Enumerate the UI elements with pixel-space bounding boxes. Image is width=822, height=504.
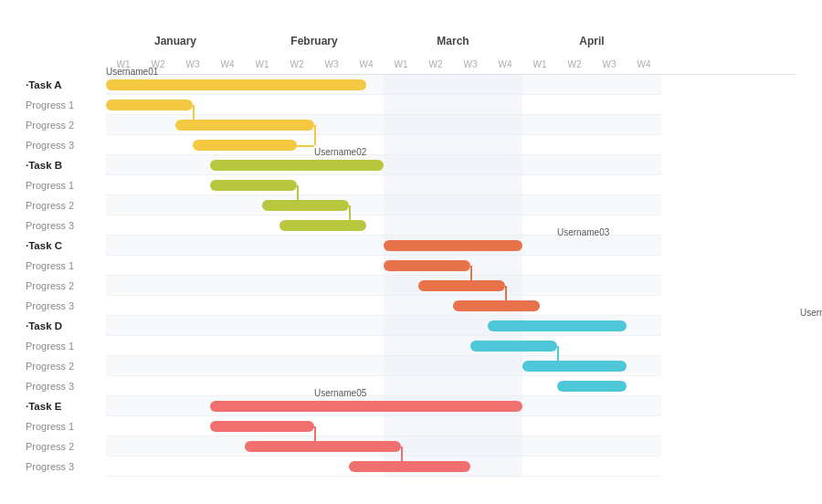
grid-row	[106, 296, 661, 316]
week-cell: W1	[384, 55, 418, 74]
month-block: April	[522, 35, 661, 55]
grid-row	[106, 276, 661, 296]
month-label: April	[522, 35, 661, 47]
connector-vertical	[557, 346, 559, 366]
week-cell: W2	[418, 55, 453, 74]
grid-row	[106, 195, 661, 215]
bar-username-label: Username02	[314, 147, 366, 157]
bar-username-label: Username03	[557, 227, 609, 237]
connector-horizontal	[262, 205, 297, 207]
gantt-bar	[210, 160, 384, 171]
progress-label: Progress 2	[26, 276, 106, 296]
week-cell: W3	[175, 55, 210, 74]
connector-horizontal	[279, 226, 349, 227]
month-label: January	[106, 35, 245, 47]
week-cell: W4	[210, 55, 245, 74]
week-cell: W4	[627, 55, 661, 74]
week-cell: W1	[245, 55, 279, 74]
connector-horizontal	[245, 446, 314, 448]
bar-username-label: Username04	[800, 308, 822, 318]
gantt-bar	[210, 421, 314, 432]
connector-horizontal	[175, 125, 193, 127]
gantt-bar	[106, 79, 366, 90]
week-cell: W2	[279, 55, 314, 74]
progress-label: Progress 1	[26, 416, 106, 436]
connector-vertical	[470, 266, 472, 286]
connector-horizontal	[349, 467, 401, 468]
progress-label: Progress 3	[26, 376, 106, 396]
connector-horizontal	[193, 145, 314, 147]
gantt-bar	[210, 180, 297, 191]
month-block: March	[384, 35, 522, 55]
grid-row	[106, 175, 661, 195]
connector-vertical	[314, 125, 316, 145]
month-label: March	[384, 35, 522, 47]
connector-vertical	[193, 105, 195, 125]
connector-vertical	[297, 185, 299, 205]
gantt-bar	[488, 320, 627, 331]
week-cell: W4	[488, 55, 522, 74]
task-label: ·Task C	[26, 236, 106, 256]
gantt-bar	[470, 341, 557, 352]
gantt-bar	[210, 401, 522, 412]
grid-row	[106, 336, 661, 356]
task-label: ·Task E	[26, 396, 106, 416]
connector-vertical	[401, 446, 403, 467]
bar-username-label: Username05	[314, 388, 366, 398]
connector-vertical	[349, 205, 351, 226]
connector-horizontal	[522, 366, 557, 368]
month-block: February	[245, 35, 384, 55]
progress-label: Progress 3	[26, 457, 106, 477]
month-block: January	[106, 35, 245, 55]
week-cell: W4	[349, 55, 384, 74]
connector-vertical	[505, 286, 507, 306]
header-weeks: W1W2W3W4W1W2W3W4W1W2W3W4W1W2W3W4	[106, 55, 796, 75]
week-cell: W3	[592, 55, 627, 74]
week-cell: W3	[453, 55, 488, 74]
progress-label: Progress 2	[26, 436, 106, 457]
gantt-bar	[384, 240, 522, 251]
progress-label: Progress 3	[26, 135, 106, 155]
grid-row	[106, 135, 661, 155]
week-cell: W1	[522, 55, 557, 74]
grid-area: JanuaryFebruaryMarchApril W1W2W3W4W1W2W3…	[106, 35, 796, 477]
chart-container: ·Task AProgress 1Progress 2Progress 3·Ta…	[26, 35, 796, 477]
task-label: ·Task B	[26, 155, 106, 175]
gantt-bar	[557, 381, 627, 392]
gantt-bar	[384, 260, 470, 271]
connector-horizontal	[453, 306, 505, 308]
gantt-bar	[106, 100, 193, 110]
label-column: ·Task AProgress 1Progress 2Progress 3·Ta…	[26, 35, 106, 477]
task-label: ·Task A	[26, 75, 106, 95]
page: ·Task AProgress 1Progress 2Progress 3·Ta…	[0, 0, 822, 504]
week-cell: W2	[557, 55, 592, 74]
progress-label: Progress 3	[26, 215, 106, 236]
progress-label: Progress 1	[26, 95, 106, 115]
gantt-bar	[175, 120, 314, 131]
grid-body: Username01Username02Username03Username04…	[106, 75, 661, 477]
month-label: February	[245, 35, 384, 47]
grid-row	[106, 155, 661, 175]
bar-username-label: Username01	[106, 67, 158, 77]
progress-label: Progress 1	[26, 336, 106, 356]
progress-label: Progress 2	[26, 356, 106, 376]
header-months: JanuaryFebruaryMarchApril	[106, 35, 796, 55]
progress-label: Progress 2	[26, 195, 106, 215]
progress-label: Progress 3	[26, 296, 106, 316]
progress-label: Progress 1	[26, 175, 106, 195]
grid-row	[106, 416, 661, 436]
connector-vertical	[314, 426, 316, 446]
week-cell: W3	[314, 55, 349, 74]
progress-label: Progress 2	[26, 115, 106, 135]
progress-label: Progress 1	[26, 256, 106, 276]
connector-horizontal	[418, 286, 470, 288]
task-label: ·Task D	[26, 316, 106, 336]
